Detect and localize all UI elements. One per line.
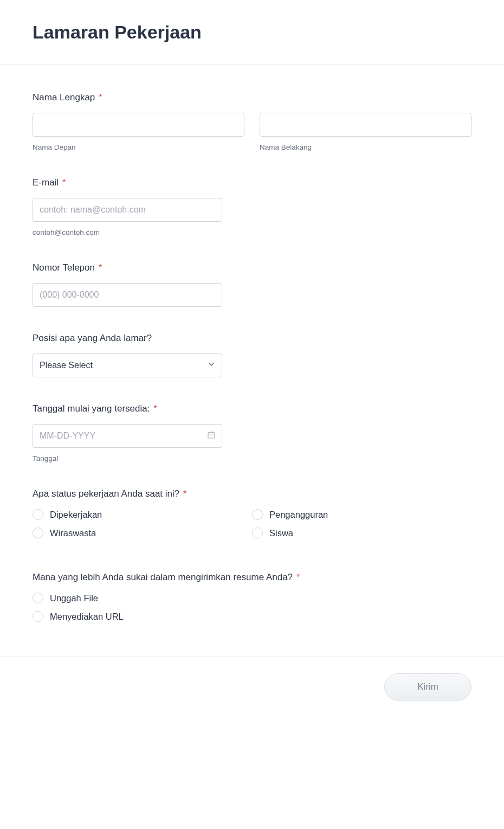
status-option[interactable]: Pengangguran xyxy=(252,509,471,520)
radio-label: Menyediakan URL xyxy=(50,612,124,622)
first-name-sublabel: Nama Depan xyxy=(33,143,244,151)
radio-label: Wiraswasta xyxy=(50,528,96,538)
position-select-value[interactable] xyxy=(33,354,222,377)
field-fullname: Nama Lengkap * Nama Depan Nama Belakang xyxy=(33,92,471,151)
position-label: Posisi apa yang Anda lamar? xyxy=(33,333,471,344)
email-input[interactable] xyxy=(33,198,222,222)
required-marker: * xyxy=(153,403,157,414)
position-select[interactable] xyxy=(33,354,222,377)
field-email: E-mail * contoh@contoh.com xyxy=(33,177,471,236)
status-label: Apa status pekerjaan Anda saat ini? * xyxy=(33,489,471,499)
radio-icon xyxy=(33,528,43,538)
label-text: Nama Lengkap xyxy=(33,92,95,102)
radio-label: Siswa xyxy=(269,528,293,538)
field-status: Apa status pekerjaan Anda saat ini? * Di… xyxy=(33,489,471,546)
radio-icon xyxy=(33,593,43,603)
radio-icon xyxy=(252,509,263,520)
label-text: Nomor Telepon xyxy=(33,262,95,273)
fullname-label: Nama Lengkap * xyxy=(33,92,471,103)
radio-label: Unggah File xyxy=(50,593,98,603)
resume-pref-label: Mana yang lebih Anda sukai dalam mengiri… xyxy=(33,572,471,583)
label-text: Tanggal mulai yang tersedia: xyxy=(33,403,150,414)
required-marker: * xyxy=(99,262,102,273)
field-position: Posisi apa yang Anda lamar? xyxy=(33,333,471,377)
status-option[interactable]: Dipekerjakan xyxy=(33,509,252,520)
resume-pref-option[interactable]: Unggah File xyxy=(33,593,471,603)
required-marker: * xyxy=(296,572,300,582)
field-resume-pref: Mana yang lebih Anda sukai dalam mengiri… xyxy=(33,572,471,629)
radio-label: Dipekerjakan xyxy=(50,510,102,520)
required-marker: * xyxy=(183,489,187,499)
email-helper: contoh@contoh.com xyxy=(33,228,471,236)
start-date-input[interactable] xyxy=(33,424,222,448)
first-name-input[interactable] xyxy=(33,113,244,137)
field-start-date: Tanggal mulai yang tersedia: * Tanggal xyxy=(33,403,471,462)
radio-icon xyxy=(252,528,263,538)
last-name-sublabel: Nama Belakang xyxy=(260,143,471,151)
radio-label: Pengangguran xyxy=(269,510,328,520)
page-title: Lamaran Pekerjaan xyxy=(33,22,471,43)
status-option[interactable]: Wiraswasta xyxy=(33,528,252,538)
start-date-label: Tanggal mulai yang tersedia: * xyxy=(33,403,471,414)
field-phone: Nomor Telepon * xyxy=(33,262,471,307)
radio-icon xyxy=(33,611,43,622)
phone-input[interactable] xyxy=(33,283,222,307)
start-date-sublabel: Tanggal xyxy=(33,454,471,462)
radio-icon xyxy=(33,509,43,520)
resume-pref-option[interactable]: Menyediakan URL xyxy=(33,611,471,622)
label-text: Posisi apa yang Anda lamar? xyxy=(33,333,152,343)
label-text: Apa status pekerjaan Anda saat ini? xyxy=(33,489,179,499)
last-name-input[interactable] xyxy=(260,113,471,137)
submit-button[interactable]: Kirim xyxy=(384,673,471,701)
required-marker: * xyxy=(62,177,66,188)
email-label: E-mail * xyxy=(33,177,471,188)
required-marker: * xyxy=(99,92,102,102)
label-text: E-mail xyxy=(33,177,59,188)
label-text: Mana yang lebih Anda sukai dalam mengiri… xyxy=(33,572,293,582)
phone-label: Nomor Telepon * xyxy=(33,262,471,273)
status-option[interactable]: Siswa xyxy=(252,528,471,538)
